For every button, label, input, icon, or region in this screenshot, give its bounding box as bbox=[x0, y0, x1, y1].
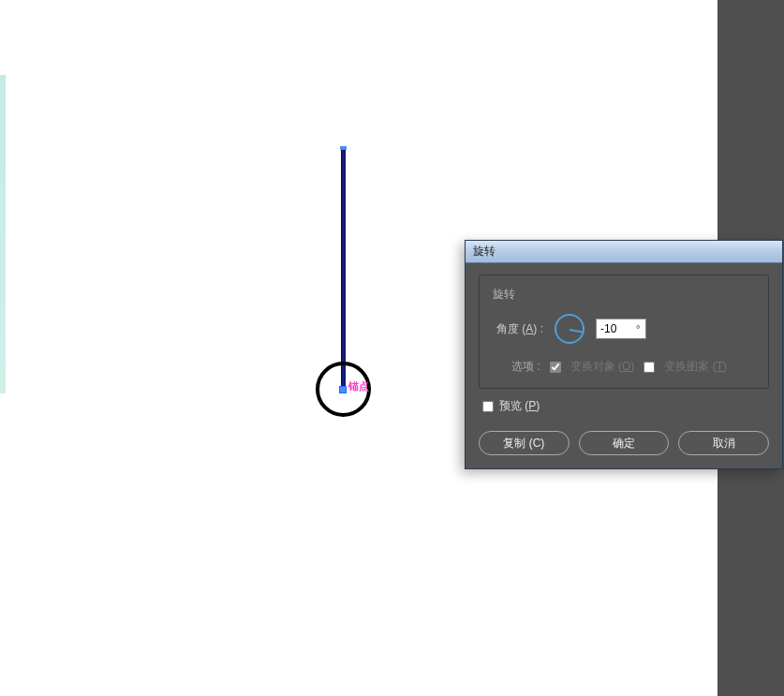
line-shape[interactable] bbox=[341, 148, 346, 392]
angle-input[interactable] bbox=[597, 320, 636, 337]
ok-button-label: 确定 bbox=[613, 436, 635, 452]
transform-object-label: 变换对象 (O) bbox=[570, 359, 635, 375]
transform-pattern-label: 变换图案 (T) bbox=[664, 359, 727, 375]
copy-button[interactable]: 复制 (C) bbox=[479, 431, 570, 455]
line-top-handle[interactable] bbox=[340, 146, 347, 150]
options-label: 选项 : bbox=[511, 359, 540, 375]
dialog-body: 旋转 角度 (A) : ° 选项 : 变换对象 (O) bbox=[466, 263, 782, 468]
transform-object-suffix: ) bbox=[630, 360, 634, 373]
angle-label-suffix: ) : bbox=[533, 322, 543, 335]
dialog-titlebar[interactable]: 旋转 bbox=[466, 241, 782, 263]
transform-pattern-checkbox[interactable] bbox=[643, 362, 655, 373]
transform-pattern-accel: T bbox=[717, 360, 723, 373]
transform-pattern-suffix: ) bbox=[723, 360, 727, 373]
rotation-anchor-point[interactable] bbox=[339, 386, 347, 393]
angle-label-prefix: 角度 ( bbox=[496, 322, 525, 335]
preview-prefix: 预览 ( bbox=[499, 399, 528, 412]
transform-object-prefix: 变换对象 ( bbox=[570, 360, 622, 373]
degree-symbol: ° bbox=[636, 323, 645, 334]
dialog-title: 旋转 bbox=[473, 244, 496, 259]
cancel-button-label: 取消 bbox=[713, 436, 735, 452]
angle-input-wrap[interactable]: ° bbox=[596, 318, 646, 339]
options-row: 选项 : 变换对象 (O) 变换图案 (T) bbox=[493, 359, 755, 375]
preview-checkbox[interactable] bbox=[482, 401, 494, 412]
transform-object-checkbox[interactable] bbox=[550, 362, 561, 373]
rotate-group: 旋转 角度 (A) : ° 选项 : 变换对象 (O) bbox=[479, 274, 769, 389]
ruler-strip bbox=[0, 75, 6, 393]
preview-label: 预览 (P) bbox=[499, 398, 540, 414]
transform-pattern-prefix: 变换图案 ( bbox=[664, 360, 716, 373]
rotate-dialog: 旋转 旋转 角度 (A) : ° 选项 : 变换对象 (O) bbox=[465, 240, 783, 469]
group-title: 旋转 bbox=[493, 287, 755, 303]
anchor-label: 锚点 bbox=[348, 379, 369, 393]
angle-dial[interactable] bbox=[555, 314, 584, 344]
angle-label: 角度 (A) : bbox=[496, 321, 543, 337]
ok-button[interactable]: 确定 bbox=[579, 431, 670, 455]
copy-button-label: 复制 (C) bbox=[503, 436, 544, 452]
preview-suffix: ) bbox=[536, 399, 540, 412]
preview-row: 预览 (P) bbox=[479, 398, 769, 414]
angle-row: 角度 (A) : ° bbox=[493, 314, 755, 344]
dialog-button-row: 复制 (C) 确定 取消 bbox=[479, 431, 769, 455]
cancel-button[interactable]: 取消 bbox=[678, 431, 769, 455]
transform-object-accel: O bbox=[622, 360, 630, 373]
